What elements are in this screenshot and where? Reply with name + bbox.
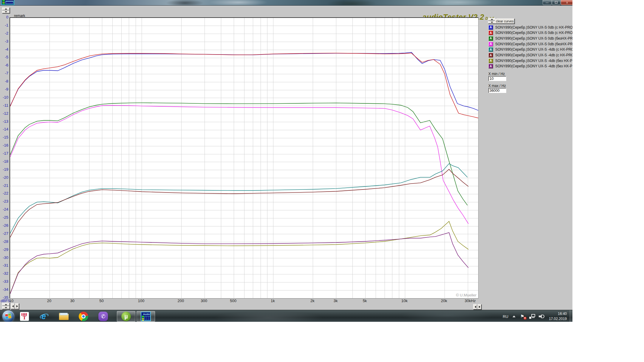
y-tick-label: -18: [0, 159, 8, 164]
pan-left-button[interactable]: [11, 303, 15, 309]
y-tick-label: -24: [0, 207, 8, 212]
network-icon[interactable]: [529, 314, 535, 319]
y-tick-label: -21: [0, 183, 8, 188]
curve-6: [10, 221, 468, 293]
tone-generator-icon: T: [20, 312, 29, 321]
y-tick-label: -13: [0, 119, 8, 124]
taskbar-item-internet-explorer[interactable]: e: [38, 311, 50, 322]
legend-row[interactable]: ASONY890(Серебр.)SONY UX-S -4db (с HX-PR…: [488, 47, 572, 52]
arrow-right-icon: [479, 306, 480, 308]
y-tick-label: -14: [0, 127, 8, 132]
system-tray: RU ⚑✕ 16:40 17.02.2019: [503, 310, 572, 322]
legend-swatch[interactable]: A: [488, 53, 493, 58]
show-desktop-button[interactable]: [570, 310, 572, 322]
legend-label: SONY890(Серебр.)SONY UX-S -4db (с HX-PRO…: [495, 47, 572, 52]
legend-label: SONY890(Серебр.)SONY UX-S 0db (с HX-PRO): [495, 25, 572, 29]
copyright-watermark: © U.Mueller: [456, 293, 476, 297]
clock-date: 17.02.2019: [549, 316, 567, 321]
y-down-button[interactable]: [2, 306, 10, 309]
legend-swatch[interactable]: A: [488, 58, 493, 63]
icon-curve: [6, 1, 13, 4]
x-tick-label: 20k: [441, 299, 447, 303]
minimize-button[interactable]: —: [543, 0, 552, 5]
x-min-input[interactable]: [488, 76, 506, 81]
legend-row[interactable]: ASONY890(Серебр.)SONY UX-S -4db (без HX-…: [488, 58, 572, 63]
x-tick-label: 2k: [310, 299, 315, 303]
y-tick-label: -1: [0, 23, 8, 28]
legend-swatch[interactable]: A: [488, 42, 493, 46]
taskbar-item-tone-generator[interactable]: T: [18, 311, 30, 322]
taskbar-item-utorrent[interactable]: µ: [117, 311, 135, 322]
y-tick-label: -19: [0, 167, 8, 172]
x-tick-label: 500: [230, 299, 236, 303]
y-up-button[interactable]: [2, 303, 10, 306]
legend-label: SONY890(Серебр.)SONY UX-S -4db (с HX-PRO…: [495, 53, 572, 57]
clock[interactable]: 16:40 17.02.2019: [549, 311, 567, 322]
window-controls: — x: [543, 0, 572, 5]
audiotester-desktop-icon[interactable]: [1, 0, 14, 5]
x-tick-label: 300: [201, 299, 207, 303]
taskbar: Te✆µAudioT RU ⚑✕ 16:40 17.02.2019: [0, 310, 572, 322]
legend-label: SONY890(Серебр.)SONY UX-S -4db (без HX-P…: [495, 64, 572, 68]
y-tick-label: -12: [0, 111, 8, 116]
legend-row[interactable]: ASONY890(Серебр.)SONY UX-S -4db (без HX-…: [488, 64, 572, 69]
restore-button[interactable]: [552, 0, 561, 5]
y-tick-label: -2: [0, 31, 8, 36]
x-pan-right-button[interactable]: [477, 304, 482, 310]
y-tick-label: -4: [0, 47, 8, 52]
clear-curves-button[interactable]: clear curves: [495, 18, 515, 24]
arrow-left-icon: [12, 305, 14, 307]
hidden-icons-arrow[interactable]: [513, 316, 515, 317]
y-tick-label: -17: [0, 151, 8, 156]
x-pan-left-button[interactable]: [473, 304, 477, 310]
action-center-flag-icon[interactable]: ⚑✕: [520, 314, 526, 319]
y-tick-label: -3: [0, 39, 8, 44]
remark-spinner: [2, 7, 10, 13]
legend-row[interactable]: ASONY890(Серебр.)SONY UX-S -4db (с HX-PR…: [488, 53, 572, 58]
utorrent-icon: µ: [121, 312, 131, 321]
y-tick-label: -29: [0, 247, 8, 252]
y-tick-label: -15: [0, 135, 8, 140]
y-tick-label: -8: [0, 79, 8, 84]
sound-wave: [542, 315, 544, 318]
plot-grid: [10, 18, 478, 298]
legend-swatch[interactable]: A: [488, 36, 493, 41]
y-tick-label: -6: [0, 63, 8, 68]
y-tick-label: -28: [0, 239, 8, 244]
legend-label: SONY890(Серебр.)SONY UX-S 0db (безHX-PRO…: [495, 36, 572, 41]
legend-row[interactable]: ASONY890(Серебр.)SONY UX-S 0db (с HX-PRO…: [488, 25, 572, 30]
taskbar-item-viber[interactable]: ✆: [97, 311, 109, 322]
volume-icon[interactable]: [539, 314, 545, 319]
spin-down-button[interactable]: [2, 10, 10, 13]
arrow-down-icon: [5, 11, 7, 13]
legend-swatch[interactable]: A: [488, 30, 493, 35]
y-tick-label: -16: [0, 143, 8, 148]
y-tick-label: -23: [0, 199, 8, 204]
y-tick-label: -9: [0, 87, 8, 92]
curve-7: [10, 233, 468, 294]
language-indicator[interactable]: RU: [503, 314, 508, 319]
x-tick-label: 30: [70, 299, 74, 303]
legend-swatch[interactable]: A: [488, 47, 493, 52]
speaker-cone: [540, 314, 542, 319]
plug-shape: [529, 317, 531, 319]
spin-up-button[interactable]: [2, 7, 10, 10]
legend-swatch[interactable]: A: [488, 25, 493, 30]
close-button[interactable]: x: [561, 0, 572, 5]
taskbar-item-file-explorer[interactable]: [58, 311, 70, 322]
pan-right-button[interactable]: [15, 303, 19, 309]
internet-explorer-icon: e: [39, 312, 49, 321]
legend-swatch[interactable]: A: [488, 64, 493, 69]
legend-row[interactable]: ASONY890(Серебр.)SONY UX-S 0db (с HX-PRO…: [488, 30, 572, 35]
legend-row[interactable]: ASONY890(Серебр.)SONY UX-S 0db (безHX-PR…: [488, 36, 572, 41]
icon-bars: [2, 0, 5, 4]
taskbar-item-chrome[interactable]: [78, 311, 89, 322]
start-button[interactable]: [2, 310, 14, 322]
taskbar-item-audiotester[interactable]: AudioT: [137, 311, 155, 322]
frequency-response-plot[interactable]: © U.Mueller: [10, 17, 479, 299]
window-titlebar: — x: [0, 0, 572, 6]
x-max-input[interactable]: [488, 88, 506, 93]
arrow-up-icon: [5, 304, 7, 305]
y-tick-label: -34: [0, 287, 8, 292]
legend-row[interactable]: ASONY890(Серебр.)SONY UX-S 0db (безHX-PR…: [488, 41, 572, 46]
